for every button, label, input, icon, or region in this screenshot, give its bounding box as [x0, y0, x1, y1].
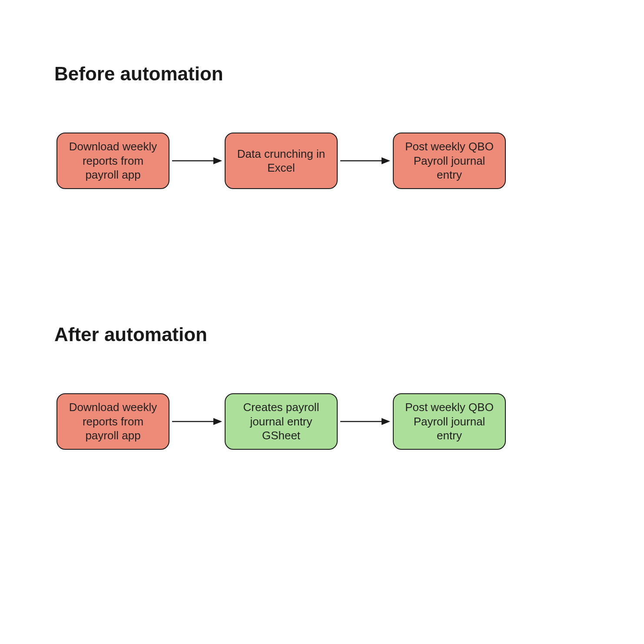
section-title-after: After automation: [54, 324, 207, 345]
node-after-post-qbo: Post weekly QBO Payroll journal entry: [393, 393, 506, 450]
node-before-post-qbo: Post weekly QBO Payroll journal entry: [393, 133, 506, 189]
arrow-icon: [172, 421, 222, 422]
svg-marker-7: [382, 418, 390, 425]
node-before-download: Download weekly reports from payroll app: [56, 133, 169, 189]
svg-marker-5: [213, 418, 222, 425]
svg-marker-1: [213, 157, 222, 164]
section-title-before: Before automation: [54, 63, 223, 85]
node-before-excel: Data crunching in Excel: [225, 133, 338, 189]
svg-marker-3: [382, 157, 390, 164]
flow-row-after: Download weekly reports from payroll app…: [56, 393, 506, 450]
flow-row-before: Download weekly reports from payroll app…: [56, 133, 506, 189]
diagram-root: Before automation Download weekly report…: [0, 0, 644, 644]
arrow-icon: [172, 160, 222, 161]
node-after-gsheet: Creates payroll journal entry GSheet: [225, 393, 338, 450]
arrow-icon: [340, 421, 390, 422]
arrow-icon: [340, 160, 390, 161]
node-after-download: Download weekly reports from payroll app: [56, 393, 169, 450]
